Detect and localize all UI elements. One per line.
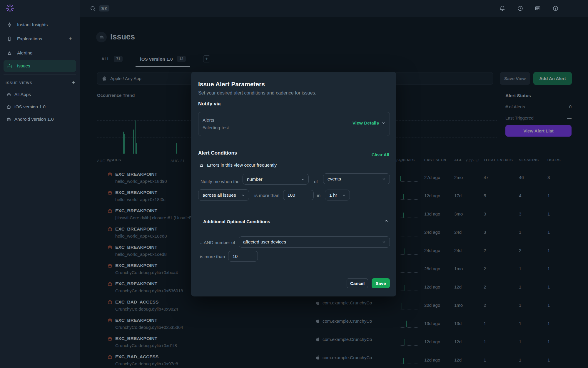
clear-all-link[interactable]: Clear All: [372, 152, 389, 157]
chevron-down-icon: [381, 121, 385, 125]
additional-conditions-heading: Additional Optional Conditions: [203, 219, 270, 224]
view-box-icon: [6, 117, 11, 122]
sidebar-item-alerting[interactable]: Alerting: [4, 47, 76, 59]
sidebar-item-label: Explorations: [17, 36, 42, 42]
alert-conditions-heading: Alert Conditions: [198, 150, 237, 156]
sidebar-view-item[interactable]: All Apps: [0, 88, 80, 101]
issue-views-header: ISSUE VIEWS +: [6, 79, 76, 86]
unit-dropdown[interactable]: events: [323, 173, 390, 184]
channel-target: #alerting-test: [203, 125, 229, 130]
cancel-button[interactable]: Cancel: [347, 278, 368, 288]
view-details-label: View Details: [353, 120, 379, 126]
alarm-icon: [199, 163, 204, 168]
notify-via-heading: Notify via: [198, 101, 221, 107]
lightning-icon: [7, 22, 12, 28]
chevron-up-icon[interactable]: [384, 218, 389, 223]
issues-box-icon: [7, 63, 12, 69]
sidebar-item-label: Alerting: [17, 50, 33, 56]
divider: [198, 267, 389, 267]
search-icon: [90, 6, 96, 11]
scope-dropdown[interactable]: across all issues: [198, 189, 249, 201]
channel-name: Alerts: [203, 117, 214, 123]
unit-value: events: [323, 176, 341, 182]
sidebar-item-issues[interactable]: Issues: [4, 60, 76, 72]
window-value: 1 hr: [325, 193, 337, 198]
metric-value: number: [243, 177, 263, 182]
view-details-link[interactable]: View Details: [353, 120, 385, 126]
view-box-icon: [6, 92, 11, 97]
sidebar-view-item[interactable]: Android version 1.0: [0, 113, 80, 125]
global-search[interactable]: ⌘K: [90, 0, 109, 17]
rule-summary-row: Errors in this view occur frequently: [199, 163, 277, 168]
history-clock-icon[interactable]: [517, 5, 523, 11]
metric-dropdown[interactable]: number: [243, 174, 309, 185]
scope-value: across all issues: [198, 193, 236, 198]
app-logo-icon[interactable]: [5, 4, 15, 13]
sidebar: Instant Insights Explorations + Alerting…: [0, 0, 80, 368]
issue-views-list: All Apps iOS version 1.0 Android version…: [0, 88, 80, 125]
sidebar-item-label: Instant Insights: [17, 22, 48, 27]
window-dropdown[interactable]: 1 hr: [325, 190, 350, 200]
chevron-down-icon: [342, 193, 346, 197]
alarm-icon: [7, 50, 12, 56]
dimension-dropdown[interactable]: affected user devices: [239, 236, 390, 248]
sidebar-divider: [4, 74, 76, 75]
topbar: ⌘K MG: [80, 0, 588, 17]
of-label: of: [314, 179, 318, 184]
search-shortcut-badge: ⌘K: [99, 5, 109, 11]
dimension-value: affected user devices: [239, 239, 286, 245]
add-exploration-button[interactable]: +: [69, 36, 72, 42]
add-issue-view-button[interactable]: +: [72, 79, 76, 86]
sidebar-view-item[interactable]: iOS version 1.0: [0, 101, 80, 113]
threshold-value: 100: [283, 193, 295, 198]
in-label: in: [317, 193, 320, 198]
modal-subtitle: Set your desired alert conditions and ca…: [198, 90, 316, 96]
divider: [198, 142, 389, 142]
chevron-down-icon: [382, 177, 386, 181]
phone-icon: [7, 36, 12, 42]
issue-alert-parameters-modal: Issue Alert Parameters Set your desired …: [191, 72, 396, 296]
save-button[interactable]: Save: [372, 278, 390, 288]
sidebar-item-instant-insights[interactable]: Instant Insights: [4, 19, 76, 31]
sidebar-item-explorations[interactable]: Explorations +: [4, 33, 76, 45]
notifications-bell-icon[interactable]: [499, 5, 505, 11]
chevron-down-icon: [301, 177, 305, 181]
chevron-down-icon: [382, 240, 386, 244]
help-icon[interactable]: [552, 5, 559, 11]
threshold-value-2: 10: [228, 254, 238, 259]
changelog-icon[interactable]: [534, 5, 541, 11]
notify-prefix-label: Notify me when the: [201, 179, 240, 184]
view-item-label: Android version 1.0: [14, 117, 54, 122]
threshold-input[interactable]: 100: [283, 190, 314, 200]
divider: [198, 208, 389, 208]
view-item-label: All Apps: [14, 92, 31, 97]
comparator-label-2: is more than: [200, 254, 225, 259]
issue-views-label: ISSUE VIEWS: [6, 81, 32, 85]
view-item-label: iOS version 1.0: [14, 104, 46, 110]
modal-title: Issue Alert Parameters: [198, 81, 265, 88]
sidebar-item-label: Issues: [17, 63, 30, 69]
chevron-down-icon: [241, 193, 245, 197]
and-number-of-label: ...AND number of: [200, 240, 235, 245]
rule-summary-text: Errors in this view occur frequently: [207, 163, 277, 168]
notify-channel-card[interactable]: Alerts #alerting-test View Details: [198, 112, 390, 136]
threshold-input-2[interactable]: 10: [228, 251, 258, 262]
view-box-icon: [6, 105, 11, 109]
comparator-label: is more than: [254, 193, 279, 198]
